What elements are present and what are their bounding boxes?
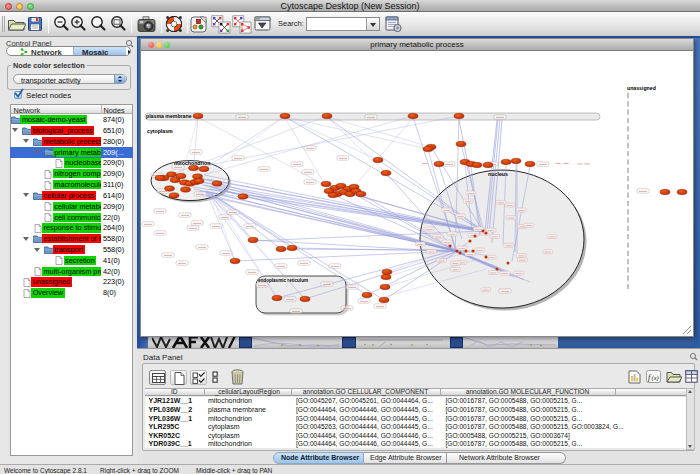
svg-text:cytoplasm: cytoplasm	[147, 128, 173, 134]
svg-text:plasma membrane: plasma membrane	[146, 113, 192, 119]
svg-text:(x): (x)	[652, 374, 659, 382]
svg-text:nucleus: nucleus	[488, 171, 508, 177]
svg-text:unassigned: unassigned	[627, 85, 656, 91]
svg-text:endoplasmic reticulum: endoplasmic reticulum	[258, 278, 308, 283]
svg-text:mitochondrion: mitochondrion	[174, 160, 210, 166]
